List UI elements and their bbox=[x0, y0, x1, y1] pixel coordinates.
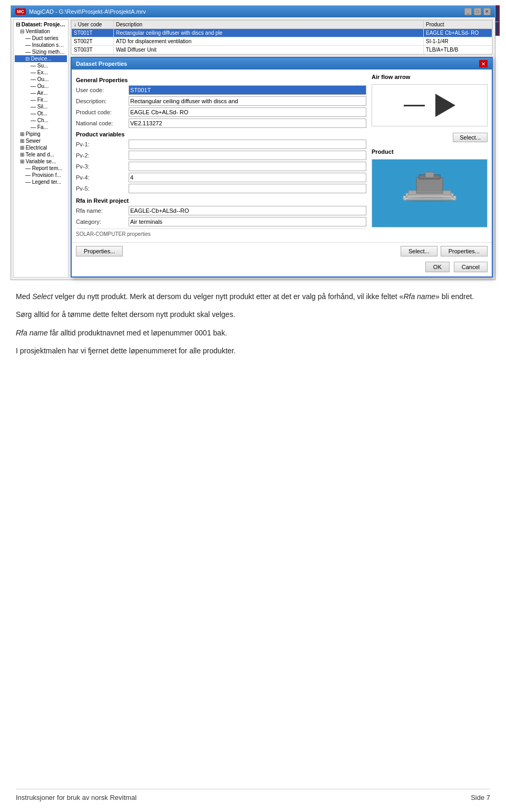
pv1-input[interactable] bbox=[129, 140, 366, 149]
col-product[interactable]: Product bbox=[424, 21, 492, 29]
table-row[interactable]: ST003T Wall Diffuser Unit TLB/A+TLB/B bbox=[72, 46, 492, 54]
dataset-properties-dialog: Dataset Properties ✕ General Properties … bbox=[71, 57, 493, 278]
window-titlebar: MC MagiCAD - G:\Revit\Prosjekt-A\Prosjek… bbox=[11, 6, 495, 17]
properties-left-button[interactable]: Properties... bbox=[76, 246, 123, 256]
tree-item-ot[interactable]: — Ot... bbox=[15, 110, 67, 117]
rfa-name-input[interactable] bbox=[129, 206, 366, 215]
tree-panel: ⊟ Dataset: ProsjektA ⊟ Ventilation — Duc… bbox=[13, 19, 69, 278]
tree-item-electrical[interactable]: ⊞ Electrical bbox=[15, 144, 67, 151]
pv5-input[interactable] bbox=[129, 184, 366, 193]
cell-product: SI-1-1/4R bbox=[424, 37, 492, 46]
product-code-row: Product code: bbox=[76, 107, 366, 117]
description-input[interactable] bbox=[129, 96, 366, 106]
table-row[interactable]: ST002T ATD for displacement ventilation … bbox=[72, 37, 492, 46]
tree-item-variable[interactable]: ⊞ Variable se... bbox=[15, 158, 67, 165]
tree-item-ch[interactable]: — Ch... bbox=[15, 117, 67, 124]
page-footer: Instruksjoner for bruk av norsk Revitmal… bbox=[16, 789, 490, 801]
table-row[interactable]: ST001T Rectangular ceiling diffuser with… bbox=[72, 29, 492, 37]
dialog-title: Dataset Properties bbox=[76, 61, 127, 67]
select-top-button[interactable]: Select... bbox=[453, 133, 488, 142]
pv2-label: Pv-2: bbox=[76, 152, 129, 159]
tree-item-devices[interactable]: ⊟ Device... bbox=[15, 55, 67, 62]
footer-left: Instruksjoner for bruk av norsk Revitmal bbox=[16, 794, 137, 801]
paragraph-3: Rfa name får alltid produktnavnet med et… bbox=[16, 327, 490, 339]
user-code-input[interactable] bbox=[129, 85, 366, 95]
cell-description: Rectangular ceiling diffuser with discs … bbox=[114, 29, 424, 37]
col-usercode[interactable]: ↓ User code bbox=[72, 21, 114, 29]
tree-item-ex[interactable]: — Ex... bbox=[15, 69, 67, 76]
tree-item-insulation[interactable]: — Insulation series bbox=[15, 42, 67, 48]
tree-item-piping[interactable]: ⊞ Piping bbox=[15, 131, 67, 137]
pv3-input[interactable] bbox=[129, 162, 366, 171]
properties-right-button[interactable]: Properties... bbox=[441, 246, 488, 256]
general-properties-title: General Properties bbox=[76, 77, 366, 83]
tree-item-provision[interactable]: — Provision f... bbox=[15, 172, 67, 179]
data-table: ↓ User code Description Product ST001T R… bbox=[71, 19, 493, 55]
maximize-button[interactable]: □ bbox=[474, 8, 481, 15]
product-code-input[interactable] bbox=[129, 107, 366, 117]
tree-item-sewer[interactable]: ⊞ Sewer bbox=[15, 137, 67, 144]
tree-item-tele[interactable]: ⊞ Tele and d... bbox=[15, 151, 67, 158]
close-button[interactable]: ✕ bbox=[483, 8, 491, 15]
pv4-input[interactable] bbox=[129, 173, 366, 182]
tree-item-su[interactable]: — Su... bbox=[15, 62, 67, 69]
pv5-label: Pv-5: bbox=[76, 185, 129, 192]
national-code-label: National code: bbox=[76, 120, 129, 126]
paragraph-2: Sørg alltid for å tømme dette feltet der… bbox=[16, 309, 490, 320]
select-italic: Select bbox=[32, 292, 53, 301]
solar-section: SOLAR-COMPUTER properties bbox=[76, 229, 366, 238]
dialog-close-button[interactable]: ✕ bbox=[479, 60, 488, 67]
tree-item-duct-series[interactable]: — Duct series bbox=[15, 35, 67, 42]
product-code-label: Product code: bbox=[76, 109, 129, 115]
arrow-line bbox=[404, 105, 425, 106]
tree-item-legend[interactable]: — Legend ter... bbox=[15, 179, 67, 185]
description-row: Description: bbox=[76, 96, 366, 106]
minimize-button[interactable]: _ bbox=[464, 8, 472, 15]
cell-product: EAGLE Cb+ALSd- RO bbox=[424, 29, 492, 37]
rfa-name-row: Rfa name: bbox=[76, 206, 366, 215]
ok-cancel-row: OK Cancel bbox=[72, 260, 492, 276]
user-code-row: User code: bbox=[76, 85, 366, 95]
tree-item-sizing[interactable]: — Sizing methods bbox=[15, 48, 67, 55]
tree-item-fa[interactable]: — Fa... bbox=[15, 124, 67, 131]
footer-right: Side 7 bbox=[471, 794, 490, 801]
tree-item-air[interactable]: — Air... bbox=[15, 90, 67, 96]
dialog-left-section: General Properties User code: Descriptio… bbox=[76, 74, 366, 238]
tree-item-ventilation[interactable]: ⊟ Ventilation bbox=[15, 28, 67, 35]
product-variables-title: Product variables bbox=[76, 131, 366, 137]
pv2-row: Pv-2: bbox=[76, 151, 366, 160]
pv2-input[interactable] bbox=[129, 151, 366, 160]
national-code-input[interactable] bbox=[129, 118, 366, 128]
tree-item-ou1[interactable]: — Ou... bbox=[15, 76, 67, 83]
category-input[interactable] bbox=[129, 217, 366, 226]
rfa-name-italic-2: Rfa name bbox=[16, 329, 48, 337]
dialog-footer: Properties... Select... Properties... bbox=[72, 242, 492, 260]
tree-item-dataset[interactable]: ⊟ Dataset: ProsjektA bbox=[15, 21, 67, 28]
pv3-row: Pv-3: bbox=[76, 162, 366, 171]
rfa-title: Rfa in Revit project bbox=[76, 197, 366, 204]
rfa-name-label: Rfa name: bbox=[76, 207, 129, 214]
product-label: Product bbox=[372, 148, 488, 155]
ok-button[interactable]: OK bbox=[425, 262, 450, 272]
pv3-label: Pv-3: bbox=[76, 163, 129, 170]
product-image bbox=[372, 159, 488, 227]
select-bottom-button[interactable]: Select... bbox=[401, 246, 437, 256]
pv4-label: Pv-4: bbox=[76, 174, 129, 181]
cell-code: ST002T bbox=[72, 37, 114, 46]
cancel-button[interactable]: Cancel bbox=[454, 262, 488, 272]
col-description[interactable]: Description bbox=[114, 21, 424, 29]
tree-item-fir[interactable]: — Fir... bbox=[15, 96, 67, 103]
footer-left-buttons: Properties... bbox=[76, 246, 396, 256]
tree-item-report[interactable]: — Report tem... bbox=[15, 165, 67, 172]
cell-product: TLB/A+TLB/B bbox=[424, 46, 492, 54]
category-row: Category: bbox=[76, 217, 366, 226]
airflow-preview bbox=[372, 84, 488, 126]
user-code-label: User code: bbox=[76, 87, 129, 93]
tree-item-sil[interactable]: — Sil... bbox=[15, 103, 67, 110]
svg-rect-3 bbox=[416, 177, 443, 193]
svg-rect-5 bbox=[425, 172, 434, 177]
cell-code: ST001T bbox=[72, 29, 114, 37]
svg-point-10 bbox=[406, 197, 453, 202]
tree-item-ou2[interactable]: — Ou... bbox=[15, 83, 67, 90]
pv1-row: Pv-1: bbox=[76, 140, 366, 149]
